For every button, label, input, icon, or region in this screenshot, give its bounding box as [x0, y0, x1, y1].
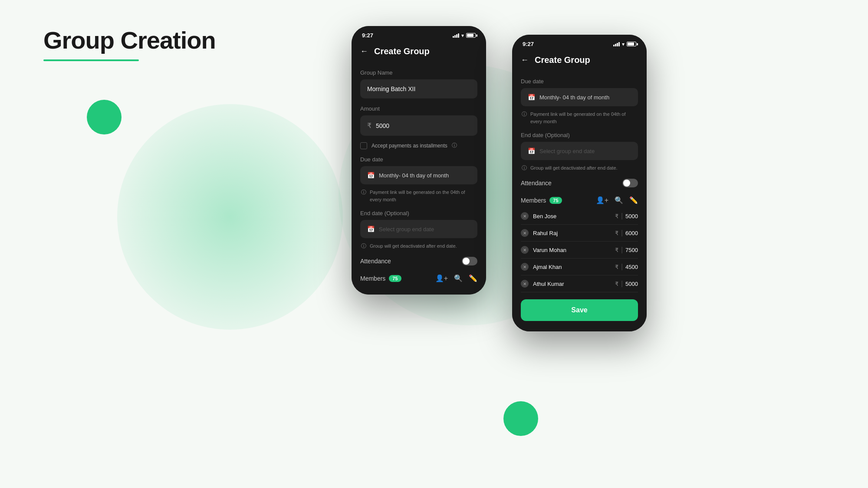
calendar-icon-2: 📅	[528, 94, 535, 101]
amount-value: 5000	[376, 122, 389, 129]
member-remove-0[interactable]: ✕	[521, 212, 529, 220]
member-item-0: ✕ Ben Jose ₹ | 5000	[521, 208, 638, 225]
member-list: ✕ Ben Jose ₹ | 5000 ✕ Rahul Raj ₹ | 6000…	[521, 208, 638, 292]
member-amount-2: ₹ | 7500	[615, 246, 638, 254]
end-date-input-1[interactable]: 📅 Select group end date	[360, 220, 477, 238]
end-date-info-text-2: Group will get deactivated after end dat…	[530, 164, 618, 172]
member-item-1: ✕ Rahul Raj ₹ | 6000	[521, 225, 638, 242]
wifi-icon-1: ▾	[461, 33, 464, 39]
rupee-member-4: ₹	[615, 281, 618, 287]
members-label-1: Members	[360, 275, 385, 282]
members-badge-2: 75	[549, 197, 562, 204]
member-remove-2[interactable]: ✕	[521, 246, 529, 254]
signal-bars-1	[453, 33, 459, 38]
group-name-label: Group Name	[360, 69, 477, 76]
battery-fill-2	[628, 43, 634, 46]
phone-header-1: ← Create Group	[352, 42, 486, 62]
member-name-1: Rahul Raj	[533, 230, 558, 236]
search-member-icon-1[interactable]: 🔍	[454, 274, 463, 282]
member-left-3: ✕ Ajmal Khan	[521, 263, 562, 271]
installments-checkbox[interactable]	[360, 142, 367, 149]
amount-value-2: 7500	[625, 247, 638, 253]
end-date-info-icon-2: ⓘ	[522, 164, 527, 172]
signal-bar-4	[458, 33, 459, 38]
phone-content-2: Due date 📅 Monthly- 04 th day of month ⓘ…	[512, 71, 647, 331]
attendance-toggle-2[interactable]	[622, 179, 638, 187]
status-time-2: 9:27	[523, 41, 534, 47]
member-name-3: Ajmal Khan	[533, 264, 562, 270]
edit-member-icon-2[interactable]: ✏️	[629, 196, 638, 204]
rupee-member-1: ₹	[615, 230, 618, 236]
group-name-input[interactable]: Morning Batch XII	[360, 79, 477, 98]
title-underline	[43, 59, 139, 61]
payment-info-icon-1: ⓘ	[361, 189, 366, 196]
phone-content-1: Group Name Morning Batch XII Amount ₹ 50…	[352, 62, 486, 295]
signal-bar-1	[453, 36, 454, 38]
members-left-2: Members 75	[521, 197, 562, 204]
add-member-icon-1[interactable]: 👤+	[435, 274, 448, 282]
phone-1: 9:27 ▾ ← Create Group Group Name	[352, 26, 486, 295]
amount-value-3: 4500	[625, 264, 638, 270]
signal-bar-2-3	[617, 43, 618, 46]
search-member-icon-2[interactable]: 🔍	[615, 196, 623, 204]
status-time-1: 9:27	[362, 32, 373, 39]
due-date-input-2[interactable]: 📅 Monthly- 04 th day of month	[521, 88, 638, 106]
member-remove-4[interactable]: ✕	[521, 280, 529, 288]
due-date-value-2: Monthly- 04 th day of month	[539, 94, 609, 101]
members-icons-2: 👤+ 🔍 ✏️	[596, 196, 638, 204]
signal-bar-2-2	[615, 44, 616, 46]
members-row-1: Members 75 👤+ 🔍 ✏️	[360, 274, 477, 286]
payment-info-text-2: Payment link will be generated on the 04…	[530, 111, 637, 125]
back-button-2[interactable]: ←	[521, 56, 529, 65]
due-date-label-1: Due date	[360, 156, 477, 163]
end-calendar-icon-1: 📅	[367, 226, 375, 233]
rupee-member-3: ₹	[615, 264, 618, 270]
member-remove-1[interactable]: ✕	[521, 229, 529, 237]
phone-2: 9:27 ▾ ← Create Group Due date	[512, 35, 647, 331]
signal-bar-2	[454, 35, 456, 38]
payment-info-text-1: Payment link will be generated on the 04…	[370, 189, 477, 203]
add-member-icon-2[interactable]: 👤+	[596, 196, 608, 204]
battery-fill-1	[467, 34, 473, 37]
signal-bar-3	[456, 34, 457, 38]
member-amount-3: ₹ | 4500	[615, 263, 638, 271]
save-button[interactable]: Save	[521, 299, 638, 321]
end-date-info-icon-1: ⓘ	[361, 242, 366, 250]
due-date-input-1[interactable]: 📅 Monthly- 04 th day of month	[360, 166, 477, 184]
signal-bars-2	[613, 42, 620, 46]
header-title-1: Create Group	[374, 46, 430, 56]
member-left-0: ✕ Ben Jose	[521, 212, 556, 220]
members-icons-1: 👤+ 🔍 ✏️	[435, 274, 477, 282]
end-date-info-row-1: ⓘ Group will get deactivated after end d…	[360, 242, 477, 250]
toggle-knob-2	[623, 180, 630, 187]
member-amount-4: ₹ | 5000	[615, 280, 638, 288]
end-date-input-2[interactable]: 📅 Select group end date	[521, 142, 638, 160]
amount-label: Amount	[360, 105, 477, 112]
end-date-label-2: End date (Optional)	[521, 132, 638, 138]
amount-divider-3: |	[621, 263, 623, 271]
status-bar-2: 9:27 ▾	[512, 35, 647, 51]
members-badge-1: 75	[389, 275, 401, 282]
status-icons-2: ▾	[613, 41, 636, 47]
wifi-icon-2: ▾	[622, 41, 625, 47]
header-title-2: Create Group	[535, 55, 590, 65]
amount-input[interactable]: ₹ 5000	[360, 115, 477, 136]
end-date-info-row-2: ⓘ Group will get deactivated after end d…	[521, 164, 638, 172]
amount-divider-1: |	[621, 229, 623, 237]
member-item-3: ✕ Ajmal Khan ₹ | 4500	[521, 259, 638, 275]
due-date-label-2: Due date	[521, 78, 638, 85]
status-icons-1: ▾	[453, 33, 476, 39]
back-button-1[interactable]: ←	[360, 47, 368, 56]
amount-divider-4: |	[621, 280, 623, 288]
member-name-2: Varun Mohan	[533, 247, 566, 253]
due-date-value-1: Monthly- 04 th day of month	[379, 172, 449, 179]
end-date-placeholder-1: Select group end date	[379, 226, 434, 233]
members-label-2: Members	[521, 197, 546, 204]
member-remove-3[interactable]: ✕	[521, 263, 529, 271]
checkbox-label: Accept payments as installments	[372, 143, 447, 149]
end-calendar-icon-2: 📅	[528, 147, 535, 154]
installments-info-icon: ⓘ	[452, 142, 457, 149]
attendance-row-1: Attendance	[360, 257, 477, 267]
edit-member-icon-1[interactable]: ✏️	[469, 274, 477, 282]
attendance-toggle-1[interactable]	[462, 257, 477, 265]
